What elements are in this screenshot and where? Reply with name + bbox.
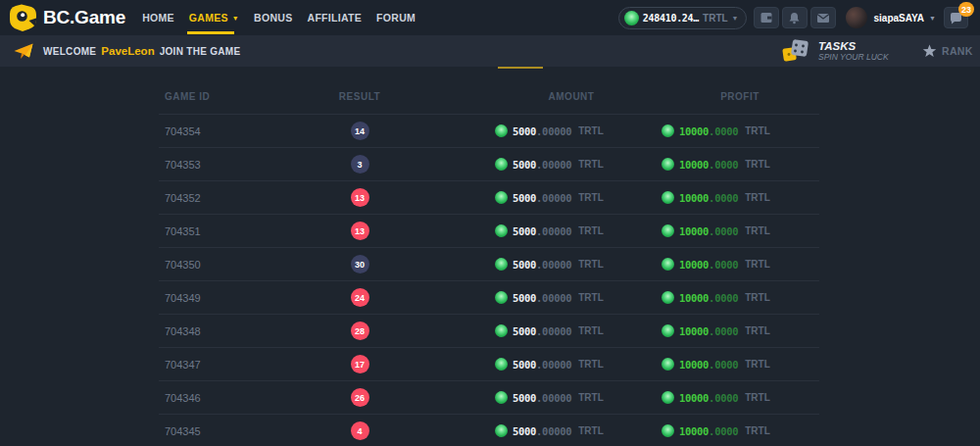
trtl-coin-icon xyxy=(495,291,508,304)
amount-cell: 5000.00000TRTL xyxy=(495,248,604,280)
profit-value: 10000.0000 xyxy=(679,325,738,337)
profit-value: 10000.0000 xyxy=(679,392,738,404)
table-row[interactable]: 70434545000.00000TRTL10000.0000TRTL xyxy=(159,414,819,446)
result-badge: 30 xyxy=(351,255,369,273)
messages-button[interactable] xyxy=(810,7,836,28)
balance-amount: 248410.24… xyxy=(643,13,699,24)
chat-button[interactable]: 23 xyxy=(944,7,968,28)
bets-table-body: 704354145000.00000TRTL10000.0000TRTL7043… xyxy=(159,114,819,446)
trtl-coin-icon xyxy=(495,224,508,237)
currency-label: TRTL xyxy=(745,292,770,303)
brand-logo[interactable]: BC.Game xyxy=(10,4,125,31)
trtl-coin-icon xyxy=(662,224,674,237)
amount-value: 5000.00000 xyxy=(513,425,571,437)
tasks-subtitle: SPIN YOUR LUCK xyxy=(818,53,889,62)
bets-table-header: GAME ID RESULT AMOUNT PROFIT xyxy=(159,80,819,114)
currency-label: TRTL xyxy=(578,125,604,136)
result-badge: 24 xyxy=(351,288,369,307)
table-row[interactable]: 704347175000.00000TRTL10000.0000TRTL xyxy=(159,347,819,380)
nav-item-bonus[interactable]: BONUS xyxy=(254,0,292,35)
amount-value: 5000.00000 xyxy=(513,259,571,271)
profit-cell: 10000.0000TRTL xyxy=(662,181,770,214)
profit-cell: 10000.0000TRTL xyxy=(662,248,770,280)
table-row[interactable]: 704354145000.00000TRTL10000.0000TRTL xyxy=(159,114,819,147)
game-id: 704352 xyxy=(165,181,201,214)
currency-label: TRTL xyxy=(578,159,604,170)
col-header-result: RESULT xyxy=(325,80,394,114)
rank-label: RANK xyxy=(942,45,973,57)
result-cell: 28 xyxy=(325,315,394,347)
table-row[interactable]: 704352135000.00000TRTL10000.0000TRTL xyxy=(159,180,819,214)
result-cell: 13 xyxy=(325,215,394,247)
currency-label: TRTL xyxy=(745,359,770,370)
chat-unread-badge: 23 xyxy=(958,2,974,17)
trtl-coin-icon xyxy=(495,258,508,271)
announcement-text[interactable]: WELCOME PaveLeon JOIN THE GAME xyxy=(43,45,240,57)
trtl-coin-icon xyxy=(495,424,508,437)
profit-value: 10000.0000 xyxy=(679,425,738,437)
currency-label: TRTL xyxy=(578,325,604,336)
balance-selector[interactable]: 248410.24… TRTL ▼ xyxy=(618,7,747,29)
profit-value: 10000.0000 xyxy=(679,359,738,371)
table-row[interactable]: 704350305000.00000TRTL10000.0000TRTL xyxy=(159,247,819,280)
currency-label: TRTL xyxy=(745,392,770,403)
game-id: 704353 xyxy=(165,148,201,180)
profit-value: 10000.0000 xyxy=(679,192,738,204)
currency-label: TRTL xyxy=(578,192,604,203)
result-cell: 26 xyxy=(325,381,394,414)
result-badge: 28 xyxy=(351,322,369,340)
result-badge: 14 xyxy=(351,122,369,140)
notifications-button[interactable] xyxy=(782,7,808,28)
profit-cell: 10000.0000TRTL xyxy=(662,315,770,347)
game-id: 704346 xyxy=(165,381,201,414)
wallet-button[interactable] xyxy=(754,7,779,28)
amount-value: 5000.00000 xyxy=(513,159,571,171)
game-id: 704345 xyxy=(165,415,201,446)
currency-label: TRTL xyxy=(578,225,604,236)
table-row[interactable]: 70435335000.00000TRTL10000.0000TRTL xyxy=(159,147,819,180)
bets-table: GAME ID RESULT AMOUNT PROFIT 70435414500… xyxy=(159,80,819,446)
game-id: 704347 xyxy=(165,348,201,380)
amount-cell: 5000.00000TRTL xyxy=(495,148,604,180)
profit-value: 10000.0000 xyxy=(679,125,738,137)
table-row[interactable]: 704351135000.00000TRTL10000.0000TRTL xyxy=(159,214,819,247)
navbar-right: 248410.24… TRTL ▼ xyxy=(618,7,968,29)
profit-cell: 10000.0000TRTL xyxy=(662,215,770,247)
nav-item-home[interactable]: HOME xyxy=(142,0,174,35)
amount-value: 5000.00000 xyxy=(513,325,571,337)
profit-cell: 10000.0000TRTL xyxy=(662,348,770,380)
rank-widget[interactable]: RANK xyxy=(922,35,973,67)
profit-value: 10000.0000 xyxy=(679,292,738,304)
bcgame-logo-icon xyxy=(10,4,36,31)
amount-value: 5000.00000 xyxy=(513,192,571,204)
table-row[interactable]: 704349245000.00000TRTL10000.0000TRTL xyxy=(159,280,819,314)
currency-label: TRTL xyxy=(745,225,770,236)
balance-currency: TRTL xyxy=(703,13,728,24)
amount-cell: 5000.00000TRTL xyxy=(495,215,604,247)
trtl-coin-icon xyxy=(495,324,508,337)
navbar-icon-buttons xyxy=(754,7,836,28)
currency-label: TRTL xyxy=(745,325,770,336)
col-header-amount: AMOUNT xyxy=(482,80,661,114)
game-id: 704354 xyxy=(165,115,201,147)
table-row[interactable]: 704348285000.00000TRTL10000.0000TRTL xyxy=(159,314,819,347)
chevron-down-icon: ▼ xyxy=(929,15,936,22)
col-header-profit: PROFIT xyxy=(668,80,811,114)
currency-label: TRTL xyxy=(578,292,604,303)
welcome-player-name: PaveLeon xyxy=(101,45,154,57)
amount-cell: 5000.00000TRTL xyxy=(495,415,604,446)
amount-cell: 5000.00000TRTL xyxy=(495,181,604,214)
tasks-title: TASKS xyxy=(818,40,889,53)
nav-item-forum[interactable]: FORUM xyxy=(376,0,416,35)
nav-item-affiliate[interactable]: AFFILIATE xyxy=(308,0,363,35)
col-header-game-id: GAME ID xyxy=(165,80,210,114)
amount-value: 5000.00000 xyxy=(513,392,571,404)
profit-cell: 10000.0000TRTL xyxy=(662,115,770,147)
result-badge: 4 xyxy=(351,421,369,440)
user-menu[interactable]: siapaSAYA ▼ xyxy=(846,7,936,28)
table-row[interactable]: 704346265000.00000TRTL10000.0000TRTL xyxy=(159,380,819,414)
trtl-coin-icon xyxy=(495,158,508,171)
nav-item-games[interactable]: GAMES▼ xyxy=(189,0,239,35)
tasks-widget[interactable]: TASKS SPIN YOUR LUCK xyxy=(782,35,889,67)
result-cell: 14 xyxy=(325,115,394,147)
